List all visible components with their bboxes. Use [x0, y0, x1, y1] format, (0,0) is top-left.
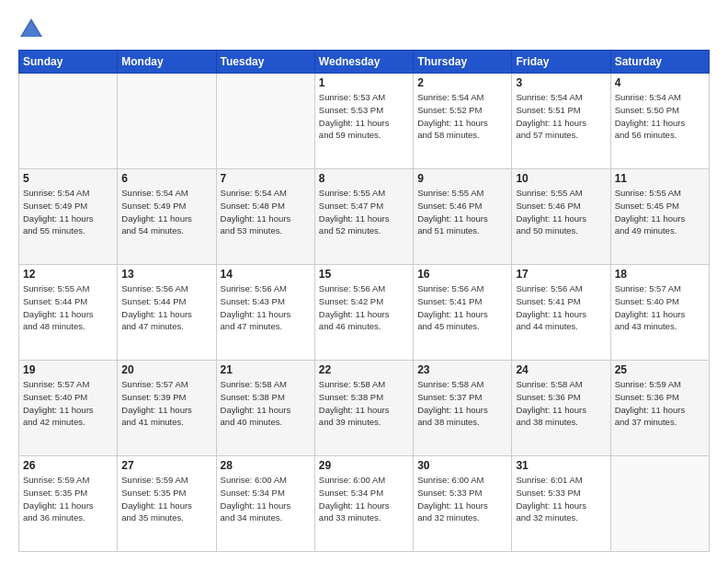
calendar-table: SundayMondayTuesdayWednesdayThursdayFrid…: [18, 50, 710, 552]
day-number: 2: [417, 76, 507, 89]
day-cell: 1Sunrise: 5:53 AMSunset: 5:53 PMDaylight…: [314, 74, 413, 169]
day-cell: [610, 456, 709, 552]
day-info: Sunrise: 5:56 AMSunset: 5:41 PMDaylight:…: [417, 282, 507, 333]
day-cell: [118, 74, 216, 169]
day-info: Sunrise: 5:54 AMSunset: 5:49 PMDaylight:…: [23, 187, 113, 237]
day-info: Sunrise: 5:58 AMSunset: 5:38 PMDaylight:…: [221, 378, 311, 429]
day-info: Sunrise: 5:59 AMSunset: 5:35 PMDaylight:…: [121, 474, 211, 524]
header-row: SundayMondayTuesdayWednesdayThursdayFrid…: [19, 51, 710, 74]
day-cell: 20Sunrise: 5:57 AMSunset: 5:39 PMDayligh…: [118, 361, 216, 456]
day-cell: 27Sunrise: 5:59 AMSunset: 5:35 PMDayligh…: [118, 456, 216, 552]
day-cell: 28Sunrise: 6:00 AMSunset: 5:34 PMDayligh…: [216, 456, 314, 552]
day-cell: 19Sunrise: 5:57 AMSunset: 5:40 PMDayligh…: [19, 361, 118, 456]
day-number: 20: [121, 363, 211, 376]
day-cell: 7Sunrise: 5:54 AMSunset: 5:48 PMDaylight…: [216, 169, 314, 265]
logo-icon: [18, 17, 44, 42]
day-info: Sunrise: 5:56 AMSunset: 5:44 PMDaylight:…: [121, 282, 211, 333]
logo: [18, 17, 48, 42]
day-number: 30: [417, 459, 507, 472]
day-info: Sunrise: 5:57 AMSunset: 5:40 PMDaylight:…: [615, 282, 705, 333]
day-cell: 24Sunrise: 5:58 AMSunset: 5:36 PMDayligh…: [512, 361, 610, 456]
day-number: 23: [417, 363, 507, 376]
day-number: 12: [23, 268, 113, 281]
day-cell: 31Sunrise: 6:01 AMSunset: 5:33 PMDayligh…: [512, 456, 610, 552]
day-number: 8: [319, 172, 409, 185]
day-info: Sunrise: 6:00 AMSunset: 5:34 PMDaylight:…: [319, 474, 409, 524]
day-info: Sunrise: 5:59 AMSunset: 5:36 PMDaylight:…: [615, 378, 705, 429]
day-info: Sunrise: 5:56 AMSunset: 5:42 PMDaylight:…: [319, 282, 409, 333]
day-cell: 5Sunrise: 5:54 AMSunset: 5:49 PMDaylight…: [19, 169, 118, 265]
day-cell: 13Sunrise: 5:56 AMSunset: 5:44 PMDayligh…: [118, 265, 216, 361]
header-day-sunday: Sunday: [19, 51, 118, 74]
header-day-monday: Monday: [118, 51, 216, 74]
header-day-thursday: Thursday: [414, 51, 512, 74]
day-cell: 21Sunrise: 5:58 AMSunset: 5:38 PMDayligh…: [216, 361, 314, 456]
day-info: Sunrise: 5:55 AMSunset: 5:45 PMDaylight:…: [615, 187, 705, 237]
day-cell: 22Sunrise: 5:58 AMSunset: 5:38 PMDayligh…: [314, 361, 413, 456]
day-number: 3: [516, 76, 606, 89]
week-row-1: 1Sunrise: 5:53 AMSunset: 5:53 PMDaylight…: [19, 74, 710, 169]
day-number: 21: [221, 363, 311, 376]
day-cell: 25Sunrise: 5:59 AMSunset: 5:36 PMDayligh…: [610, 361, 709, 456]
day-info: Sunrise: 5:58 AMSunset: 5:36 PMDaylight:…: [516, 378, 606, 429]
day-number: 11: [615, 172, 705, 185]
day-cell: 17Sunrise: 5:56 AMSunset: 5:41 PMDayligh…: [512, 265, 610, 361]
day-info: Sunrise: 5:54 AMSunset: 5:51 PMDaylight:…: [516, 91, 606, 142]
header-day-tuesday: Tuesday: [216, 51, 314, 74]
day-cell: 2Sunrise: 5:54 AMSunset: 5:52 PMDaylight…: [414, 74, 512, 169]
day-number: 31: [516, 459, 606, 472]
day-info: Sunrise: 6:00 AMSunset: 5:34 PMDaylight:…: [221, 474, 311, 524]
day-cell: 26Sunrise: 5:59 AMSunset: 5:35 PMDayligh…: [19, 456, 118, 552]
day-number: 27: [121, 459, 211, 472]
header: [18, 17, 710, 42]
day-number: 4: [615, 76, 705, 89]
day-number: 22: [319, 363, 409, 376]
day-info: Sunrise: 6:00 AMSunset: 5:33 PMDaylight:…: [417, 474, 507, 524]
day-number: 10: [516, 172, 606, 185]
day-cell: 30Sunrise: 6:00 AMSunset: 5:33 PMDayligh…: [414, 456, 512, 552]
day-cell: 15Sunrise: 5:56 AMSunset: 5:42 PMDayligh…: [314, 265, 413, 361]
day-info: Sunrise: 6:01 AMSunset: 5:33 PMDaylight:…: [516, 474, 606, 524]
day-number: 7: [221, 172, 311, 185]
day-info: Sunrise: 5:57 AMSunset: 5:39 PMDaylight:…: [121, 378, 211, 429]
day-number: 18: [615, 268, 705, 281]
day-cell: [216, 74, 314, 169]
day-number: 28: [221, 459, 311, 472]
day-number: 17: [516, 268, 606, 281]
day-number: 29: [319, 459, 409, 472]
header-day-wednesday: Wednesday: [314, 51, 413, 74]
day-cell: 29Sunrise: 6:00 AMSunset: 5:34 PMDayligh…: [314, 456, 413, 552]
day-cell: 6Sunrise: 5:54 AMSunset: 5:49 PMDaylight…: [118, 169, 216, 265]
week-row-3: 12Sunrise: 5:55 AMSunset: 5:44 PMDayligh…: [19, 265, 710, 361]
day-info: Sunrise: 5:54 AMSunset: 5:48 PMDaylight:…: [221, 187, 311, 237]
day-cell: 10Sunrise: 5:55 AMSunset: 5:46 PMDayligh…: [512, 169, 610, 265]
day-cell: 18Sunrise: 5:57 AMSunset: 5:40 PMDayligh…: [610, 265, 709, 361]
day-number: 19: [23, 363, 113, 376]
day-number: 14: [221, 268, 311, 281]
day-number: 16: [417, 268, 507, 281]
day-cell: [19, 74, 118, 169]
day-info: Sunrise: 5:58 AMSunset: 5:38 PMDaylight:…: [319, 378, 409, 429]
day-cell: 23Sunrise: 5:58 AMSunset: 5:37 PMDayligh…: [414, 361, 512, 456]
day-number: 13: [121, 268, 211, 281]
day-info: Sunrise: 5:55 AMSunset: 5:47 PMDaylight:…: [319, 187, 409, 237]
header-day-friday: Friday: [512, 51, 610, 74]
day-info: Sunrise: 5:54 AMSunset: 5:49 PMDaylight:…: [121, 187, 211, 237]
day-number: 15: [319, 268, 409, 281]
day-cell: 3Sunrise: 5:54 AMSunset: 5:51 PMDaylight…: [512, 74, 610, 169]
page: SundayMondayTuesdayWednesdayThursdayFrid…: [0, 0, 728, 563]
day-info: Sunrise: 5:56 AMSunset: 5:43 PMDaylight:…: [221, 282, 311, 333]
day-cell: 12Sunrise: 5:55 AMSunset: 5:44 PMDayligh…: [19, 265, 118, 361]
day-number: 9: [417, 172, 507, 185]
header-day-saturday: Saturday: [610, 51, 709, 74]
day-info: Sunrise: 5:53 AMSunset: 5:53 PMDaylight:…: [319, 91, 409, 142]
day-cell: 16Sunrise: 5:56 AMSunset: 5:41 PMDayligh…: [414, 265, 512, 361]
day-number: 24: [516, 363, 606, 376]
day-number: 6: [121, 172, 211, 185]
day-info: Sunrise: 5:55 AMSunset: 5:46 PMDaylight:…: [417, 187, 507, 237]
day-info: Sunrise: 5:54 AMSunset: 5:52 PMDaylight:…: [417, 91, 507, 142]
day-cell: 14Sunrise: 5:56 AMSunset: 5:43 PMDayligh…: [216, 265, 314, 361]
day-number: 25: [615, 363, 705, 376]
day-info: Sunrise: 5:55 AMSunset: 5:46 PMDaylight:…: [516, 187, 606, 237]
day-number: 26: [23, 459, 113, 472]
